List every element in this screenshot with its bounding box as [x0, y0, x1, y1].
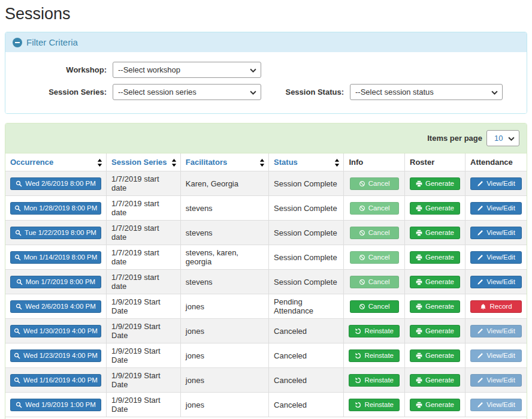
view-edit-button[interactable]: View/Edit [470, 177, 522, 190]
occurrence-button[interactable]: Wed 1/9/2019 1:00 PM [10, 399, 101, 411]
col-header-occurrence[interactable]: Occurrence [5, 153, 107, 171]
generate-button[interactable]: Generate [410, 276, 460, 288]
table-row: Wed 1/30/2019 4:00 PM 1/9/2019 Start Dat… [5, 319, 527, 343]
printer-icon [416, 377, 422, 384]
table-header-row: OccurrenceSession SeriesFacilitatorsStat… [5, 153, 527, 171]
sort-icon[interactable] [334, 159, 340, 167]
session-series-cell: 1/7/2019 start date [107, 221, 181, 245]
info-button-icon [355, 377, 361, 384]
facilitators-cell: Karen, Georgia [180, 171, 268, 196]
status-cell: Pending Attendance [269, 294, 344, 319]
col-header-session-series[interactable]: Session Series [107, 153, 181, 171]
printer-icon [416, 205, 422, 212]
session-series-select[interactable]: --Select session series [113, 84, 261, 100]
generate-button[interactable]: Generate [410, 300, 460, 313]
generate-button[interactable]: Generate [410, 251, 460, 264]
facilitators-cell: stevens [180, 221, 268, 245]
generate-button[interactable]: Generate [410, 177, 460, 190]
col-header-attendance: Attendance [466, 153, 527, 171]
col-header-facilitators[interactable]: Facilitators [180, 153, 268, 171]
table-toolbar: Items per page 10 [5, 123, 527, 153]
col-label: Attendance [470, 158, 513, 167]
table-row: Wed 1/9/2019 1:00 PM 1/9/2019 Start Date… [5, 393, 527, 417]
printer-icon [416, 180, 422, 187]
generate-button[interactable]: Generate [410, 374, 460, 387]
cancel-button: Cancel [350, 202, 399, 215]
search-icon [16, 402, 22, 408]
occurrence-button[interactable]: Wed 1/16/2019 4:00 PM [10, 374, 101, 387]
col-label: Facilitators [186, 158, 227, 167]
occurrence-button[interactable]: Mon 1/28/2019 8:00 PM [10, 202, 101, 215]
attendance-button-icon [477, 328, 483, 334]
sort-icon[interactable] [171, 159, 177, 167]
reinstate-button[interactable]: Reinstate [349, 325, 400, 337]
view-edit-button[interactable]: View/Edit [470, 276, 522, 288]
attendance-button-icon [477, 352, 483, 359]
session-series-cell: 1/9/2019 Start Date [107, 368, 181, 393]
col-label: Session Series [111, 158, 167, 167]
cancel-button[interactable]: Cancel [350, 300, 399, 313]
search-icon [14, 328, 20, 334]
table-row: Mon 1/28/2019 8:00 PM 1/7/2019 start dat… [5, 196, 527, 221]
generate-button[interactable]: Generate [410, 399, 460, 411]
col-header-status[interactable]: Status [269, 153, 344, 171]
workshop-label: Workshop: [13, 65, 113, 74]
table-row: Tue 1/22/2019 8:00 PM 1/7/2019 start dat… [5, 221, 527, 245]
page-title: Sessions [5, 5, 527, 23]
info-button-icon [359, 279, 365, 285]
info-button-icon [359, 230, 365, 236]
table-row: Wed 2/6/2019 8:00 PM 1/7/2019 start date… [5, 171, 527, 196]
filter-criteria-header[interactable]: Filter Criteria [5, 32, 527, 52]
record-button[interactable]: Record [470, 300, 522, 313]
col-header-info: Info [344, 153, 405, 171]
search-icon [14, 254, 21, 261]
occurrence-button[interactable]: Tue 1/22/2019 8:00 PM [10, 227, 101, 239]
table-row: Mon 1/14/2019 8:00 PM 1/7/2019 start dat… [5, 245, 527, 270]
reinstate-button[interactable]: Reinstate [349, 399, 400, 411]
reinstate-button[interactable]: Reinstate [349, 374, 400, 387]
view-edit-button: View/Edit [470, 374, 522, 387]
view-edit-button[interactable]: View/Edit [470, 251, 522, 264]
info-button-icon [359, 180, 365, 187]
info-button-icon [355, 402, 361, 408]
view-edit-button[interactable]: View/Edit [470, 202, 522, 215]
sort-icon[interactable] [259, 159, 265, 167]
occurrence-button[interactable]: Wed 1/23/2019 4:00 PM [10, 349, 101, 362]
sort-icon[interactable] [97, 159, 102, 167]
cancel-button: Cancel [350, 227, 399, 239]
occurrence-button[interactable]: Wed 2/6/2019 8:00 PM [10, 177, 101, 190]
session-status-select[interactable]: --Select session status [350, 84, 503, 100]
generate-button[interactable]: Generate [410, 325, 460, 337]
session-series-cell: 1/7/2019 start date [107, 270, 181, 294]
session-series-cell: 1/9/2019 Start Date [107, 343, 181, 368]
search-icon [14, 352, 20, 359]
table-row: Mon 1/7/2019 8:00 PM 1/7/2019 start date… [5, 270, 527, 294]
items-per-page-select[interactable]: 10 [486, 130, 519, 146]
attendance-button-icon [477, 402, 483, 408]
attendance-button-icon [477, 279, 483, 285]
occurrence-button[interactable]: Mon 1/14/2019 8:00 PM [10, 251, 101, 264]
generate-button[interactable]: Generate [410, 227, 460, 239]
generate-button[interactable]: Generate [410, 202, 460, 215]
attendance-button-icon [480, 303, 486, 310]
filter-panel: Filter Criteria Workshop: --Select works… [5, 32, 527, 114]
reinstate-button[interactable]: Reinstate [349, 349, 400, 362]
generate-button[interactable]: Generate [410, 349, 460, 362]
search-icon [14, 205, 21, 212]
occurrence-button[interactable]: Mon 1/7/2019 8:00 PM [10, 276, 101, 288]
occurrence-button[interactable]: Wed 1/30/2019 4:00 PM [10, 325, 101, 337]
view-edit-button[interactable]: View/Edit [470, 227, 522, 239]
cancel-button: Cancel [350, 276, 399, 288]
facilitators-cell: jones [180, 319, 268, 343]
occurrence-button[interactable]: Wed 2/6/2019 4:00 PM [10, 300, 101, 313]
facilitators-cell: stevens [180, 196, 268, 221]
attendance-button-icon [477, 254, 483, 261]
col-label: Info [349, 158, 363, 167]
workshop-select-wrapper: --Select workshop [113, 62, 261, 78]
workshop-select[interactable]: --Select workshop [113, 62, 261, 78]
session-status-label: Session Status: [285, 88, 350, 97]
session-status-select-wrapper: --Select session status [350, 84, 503, 100]
collapse-minus-icon[interactable] [13, 38, 22, 47]
status-cell: Session Complete [269, 171, 344, 196]
session-series-cell: 1/9/2019 Start Date [107, 319, 181, 343]
